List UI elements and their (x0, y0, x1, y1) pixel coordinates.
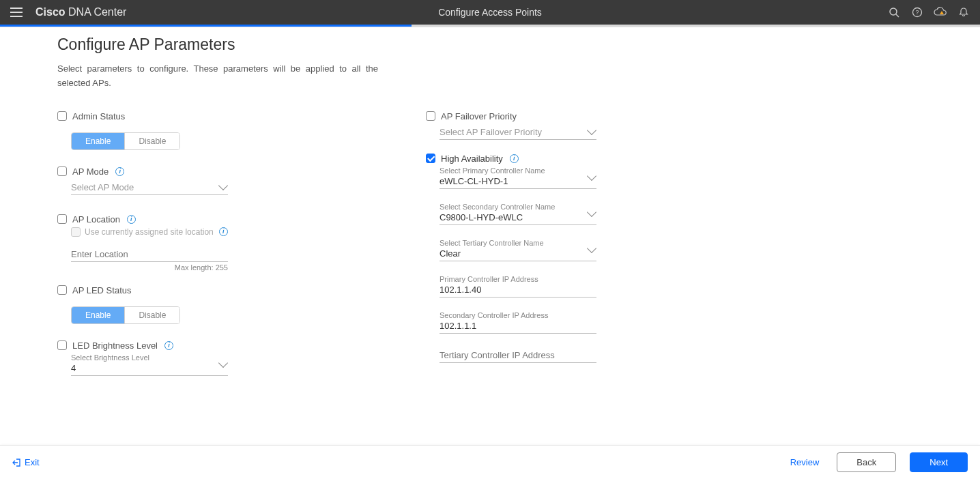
chevron-down-icon (218, 358, 228, 368)
ap-led-checkbox[interactable] (57, 285, 67, 295)
led-brightness-label: LED Brightness Level (72, 340, 158, 351)
ap-mode-checkbox[interactable] (57, 166, 67, 176)
info-icon[interactable] (510, 154, 519, 163)
failover-select[interactable]: Select AP Failover Priority (439, 124, 596, 140)
tertiary-controller-ip-field (439, 347, 596, 363)
ha-label: High Availability (441, 154, 503, 164)
ap-led-label: AP LED Status (72, 285, 131, 295)
info-icon[interactable] (164, 341, 173, 350)
use-current-location-checkbox[interactable] (71, 227, 81, 237)
primary-controller-ip-field: Primary Controller IP Address (439, 275, 596, 297)
secondary-controller-ip-input[interactable] (439, 321, 581, 331)
led-brightness-checkbox[interactable] (57, 340, 67, 350)
progress-fill (0, 25, 412, 27)
header-icons: ? (887, 5, 970, 19)
page-subtitle: Select parameters to configure. These pa… (57, 62, 378, 91)
hamburger-icon[interactable] (10, 5, 23, 19)
ap-location-input-wrapper (71, 246, 228, 262)
admin-status-checkbox[interactable] (57, 111, 67, 121)
chevron-down-icon (587, 207, 596, 217)
ap-led-enable[interactable]: Enable (72, 307, 124, 323)
ap-mode-placeholder: Select AP Mode (71, 182, 134, 192)
brand-light: DNA Center (68, 6, 126, 18)
led-brightness-small-label: Select Brightness Level (71, 353, 149, 362)
info-icon[interactable] (127, 215, 136, 224)
info-icon[interactable] (115, 167, 124, 176)
ap-location-hint: Max length: 255 (71, 263, 228, 272)
failover-checkbox[interactable] (426, 111, 435, 121)
chevron-down-icon (587, 126, 596, 135)
page-title: Configure AP Parameters (57, 35, 808, 54)
secondary-controller-ip-field: Secondary Controller IP Address (439, 311, 596, 334)
use-current-location-label: Use currently assigned site location (85, 227, 214, 237)
svg-text:?: ? (915, 9, 919, 16)
ap-led-toggle: Enable Disable (71, 306, 180, 324)
ap-location-checkbox[interactable] (57, 214, 67, 224)
admin-status-toggle: Enable Disable (71, 132, 180, 150)
bell-icon[interactable] (957, 5, 970, 19)
ap-location-input[interactable] (71, 249, 213, 259)
admin-status-enable[interactable]: Enable (72, 133, 124, 149)
secondary-controller-name-select[interactable]: Select Secondary Controller Name C9800-L… (439, 203, 596, 225)
ap-mode-select[interactable]: Select AP Mode (71, 179, 228, 195)
chevron-down-icon (587, 171, 596, 181)
info-icon[interactable] (219, 227, 228, 236)
svg-point-0 (890, 8, 897, 15)
cloud-alert-icon[interactable] (934, 5, 947, 19)
ha-checkbox[interactable] (426, 154, 435, 163)
page-header-title: Configure Access Points (438, 7, 542, 18)
led-brightness-value: 4 (71, 363, 76, 373)
tertiary-controller-ip-input[interactable] (439, 350, 581, 360)
top-bar: Cisco DNA Center Configure Access Points… (0, 0, 980, 25)
led-brightness-select[interactable]: Select Brightness Level 4 (71, 353, 228, 376)
help-icon[interactable]: ? (910, 5, 924, 19)
secondary-controller-ip-label: Secondary Controller IP Address (439, 311, 548, 319)
primary-controller-name-label: Select Primary Controller Name (439, 166, 545, 175)
primary-controller-name-value: eWLC-CL-HYD-1 (439, 176, 508, 186)
failover-placeholder: Select AP Failover Priority (439, 127, 542, 137)
primary-controller-ip-label: Primary Controller IP Address (439, 275, 538, 283)
search-icon[interactable] (887, 5, 901, 19)
admin-status-disable[interactable]: Disable (124, 133, 179, 149)
primary-controller-ip-input[interactable] (439, 285, 581, 295)
brand-bold: Cisco (35, 6, 66, 18)
ap-led-disable[interactable]: Disable (124, 307, 179, 323)
chevron-down-icon (587, 244, 596, 253)
chevron-down-icon (218, 181, 228, 190)
ap-mode-label: AP Mode (72, 166, 109, 177)
tertiary-controller-name-select[interactable]: Select Tertiary Controller Name Clear (439, 239, 596, 261)
secondary-controller-name-value: C9800-L-HYD-eWLC (439, 212, 523, 222)
tertiary-controller-name-value: Clear (439, 248, 461, 259)
brand: Cisco DNA Center (35, 6, 126, 18)
secondary-controller-name-label: Select Secondary Controller Name (439, 203, 555, 211)
tertiary-controller-name-label: Select Tertiary Controller Name (439, 239, 544, 247)
admin-status-label: Admin Status (72, 111, 125, 121)
ap-location-label: AP Location (72, 214, 120, 224)
failover-label: AP Failover Priority (441, 111, 517, 121)
left-column: Admin Status Enable Disable AP Mode Sele… (57, 106, 330, 379)
right-column: AP Failover Priority Select AP Failover … (426, 106, 672, 379)
primary-controller-name-select[interactable]: Select Primary Controller Name eWLC-CL-H… (439, 166, 596, 189)
